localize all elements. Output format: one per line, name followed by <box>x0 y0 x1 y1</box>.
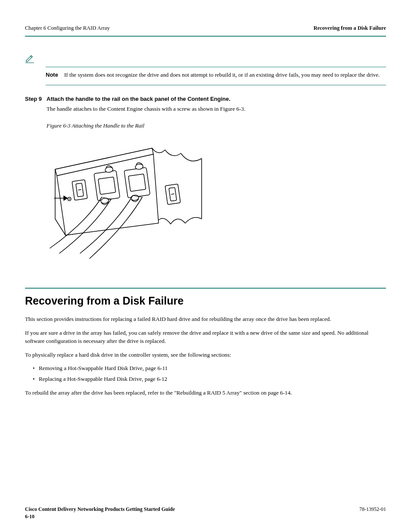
footer-docnum: 78-13952-01 <box>359 506 386 520</box>
step-subtext: The handle attaches to the Content Engin… <box>47 105 386 113</box>
svg-rect-8 <box>98 177 116 195</box>
section-p2: If you are sure a drive in the array has… <box>25 329 386 345</box>
page: Chapter 6 Configuring the RAID Array Rec… <box>0 0 411 397</box>
footer-page: 6-10 <box>25 513 175 520</box>
footer-title: Cisco Content Delivery Networking Produc… <box>25 506 175 513</box>
pencil-icon <box>25 54 34 63</box>
figure-caption: Figure 6-3 Attaching the Handle to the R… <box>47 122 386 129</box>
note-label: Note <box>46 72 62 78</box>
section-p1: This section provides instructions for r… <box>25 315 386 324</box>
section-rule <box>25 288 386 289</box>
note-rule-bottom <box>46 85 386 85</box>
svg-line-6 <box>171 194 174 194</box>
svg-rect-12 <box>128 174 146 192</box>
svg-line-3 <box>78 190 81 190</box>
section-p3: To physically replace a hard disk drive … <box>25 351 386 359</box>
header-chapter: Chapter 6 Configuring the RAID Array <box>25 25 110 31</box>
note-body: If the system does not recognize the dri… <box>64 72 380 78</box>
p4-link[interactable]: "Rebuilding a RAID 5 Array" section on p… <box>174 389 290 396</box>
section-title: Recovering from a Disk Failure <box>25 295 386 307</box>
header-section: Recovering from a Disk Failure <box>314 25 386 31</box>
section-p4: To rebuild the array after the drive has… <box>25 389 386 397</box>
p4-prefix: To rebuild the array after the drive has… <box>25 389 174 396</box>
note-rule-top <box>46 67 386 67</box>
step-number: Step 9 <box>25 96 47 102</box>
running-header: Chapter 6 Configuring the RAID Array Rec… <box>25 25 386 31</box>
step-9: Step 9 Attach the handle to the rail on … <box>25 96 386 102</box>
note-block: Note If the system does not recognize th… <box>25 54 386 85</box>
p4-suffix: . <box>290 389 292 396</box>
footer: Cisco Content Delivery Networking Produc… <box>25 506 386 520</box>
figure-6-3 <box>47 133 386 262</box>
note-content: Note If the system does not recognize th… <box>46 71 386 79</box>
step-text: Attach the handle to the rail on the bac… <box>47 96 386 102</box>
bullet-list: Removing a Hot-Swappable Hard Disk Drive… <box>33 364 386 383</box>
list-item: Replacing a Hot-Swappable Hard Disk Driv… <box>33 375 386 383</box>
header-rule <box>25 36 386 37</box>
list-item: Removing a Hot-Swappable Hard Disk Drive… <box>33 364 386 373</box>
